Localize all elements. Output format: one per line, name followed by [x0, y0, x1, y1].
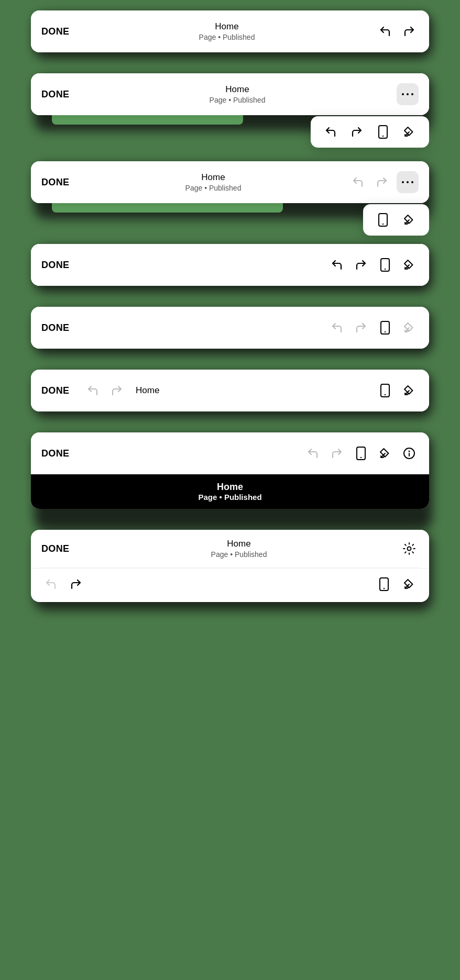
svg-point-23 — [384, 588, 385, 589]
done-button-1[interactable]: DONE — [41, 26, 78, 37]
card-actions-7 — [303, 444, 419, 463]
card-section-5: DONE — [31, 307, 429, 349]
card-actions-6: Home — [83, 381, 376, 400]
mobile-button-4[interactable] — [376, 255, 395, 274]
done-button-5[interactable]: DONE — [41, 322, 78, 333]
card-8: DONE Home Page • Published — [31, 530, 429, 602]
card-title-area-3: Home Page • Published — [78, 172, 348, 193]
card-actions-4 — [327, 255, 419, 274]
more-button-3[interactable] — [397, 171, 419, 193]
card-title-8: Home — [78, 538, 400, 550]
svg-point-9 — [382, 224, 384, 225]
card-title-area-2: Home Page • Published — [78, 84, 397, 105]
dropdown-mobile-3[interactable] — [374, 210, 392, 229]
card-actions-5 — [327, 318, 419, 337]
svg-point-11 — [385, 269, 386, 270]
brush-button-5[interactable] — [400, 318, 419, 337]
card-5: DONE — [31, 307, 429, 349]
svg-point-6 — [407, 181, 409, 183]
brush-button-4[interactable] — [400, 255, 419, 274]
card-section-4: DONE — [31, 244, 429, 286]
info-button-7[interactable] — [400, 444, 419, 463]
card-actions-2 — [397, 83, 419, 105]
card-6: DONE Home — [31, 370, 429, 411]
undo-button-8[interactable] — [41, 575, 60, 594]
mobile-button-8[interactable] — [375, 575, 393, 594]
svg-point-5 — [402, 181, 404, 183]
brush-button-7[interactable] — [376, 444, 395, 463]
card-7: DONE — [31, 432, 429, 509]
card-title-area-1: Home Page • Published — [78, 21, 376, 42]
card-section-7: DONE — [31, 432, 429, 509]
dropdown-mobile-2[interactable] — [374, 122, 392, 141]
undo-button-6[interactable] — [83, 381, 102, 400]
redo-button-8[interactable] — [67, 575, 85, 594]
card-section-2: DONE Home Page • Published — [31, 73, 429, 125]
card-title-1: Home — [78, 21, 376, 32]
done-button-7[interactable]: DONE — [41, 448, 78, 459]
tooltip-7: Home Page • Published — [31, 474, 429, 509]
card-section-3: DONE Home Page • Published — [31, 161, 429, 213]
card-1: DONE Home Page • Published — [31, 10, 429, 52]
card-subtitle-1: Page • Published — [78, 32, 376, 42]
card-title-2: Home — [78, 84, 397, 95]
done-button-3[interactable]: DONE — [41, 177, 78, 188]
card-2: DONE Home Page • Published — [31, 73, 429, 115]
undo-button-7[interactable] — [303, 444, 322, 463]
svg-point-17 — [360, 457, 362, 458]
card-actions-1 — [376, 22, 419, 41]
redo-button-1[interactable] — [400, 22, 419, 41]
mobile-button-5[interactable] — [376, 318, 395, 337]
redo-button-7[interactable] — [327, 444, 346, 463]
svg-point-1 — [407, 93, 409, 95]
mobile-button-7[interactable] — [352, 444, 370, 463]
redo-button-3[interactable] — [373, 173, 391, 192]
redo-button-5[interactable] — [352, 318, 370, 337]
tooltip-title-7: Home — [43, 482, 417, 493]
redo-button-4[interactable] — [352, 255, 370, 274]
card-title-3: Home — [78, 172, 348, 183]
done-button-8[interactable]: DONE — [41, 543, 78, 554]
gear-button-8[interactable] — [400, 539, 419, 558]
card-subtitle-8: Page • Published — [78, 550, 400, 559]
brush-button-8[interactable] — [400, 575, 419, 594]
card-subtitle-3: Page • Published — [78, 183, 348, 193]
done-button-2[interactable]: DONE — [41, 89, 78, 100]
card-section-8: DONE Home Page • Published — [31, 530, 429, 602]
card-title-6: Home — [136, 385, 159, 396]
svg-point-0 — [402, 93, 404, 95]
green-bar-3 — [52, 203, 283, 213]
more-button-2[interactable] — [397, 83, 419, 105]
svg-point-7 — [411, 181, 413, 183]
svg-point-2 — [411, 93, 413, 95]
card-section-6: DONE Home — [31, 370, 429, 411]
card-3: DONE Home Page • Published — [31, 161, 429, 203]
card-right-actions-6 — [376, 381, 419, 400]
dropdown-undo-2[interactable] — [321, 122, 340, 141]
dropdown-brush-3[interactable] — [400, 210, 419, 229]
card-title-area-8: Home Page • Published — [78, 538, 400, 559]
svg-point-4 — [382, 136, 384, 137]
svg-point-15 — [385, 394, 386, 395]
svg-point-13 — [385, 331, 386, 332]
undo-button-4[interactable] — [327, 255, 346, 274]
undo-button-1[interactable] — [376, 22, 395, 41]
card-subtitle-2: Page • Published — [78, 95, 397, 105]
redo-button-6[interactable] — [107, 381, 126, 400]
done-button-4[interactable]: DONE — [41, 260, 78, 271]
brush-button-6[interactable] — [400, 381, 419, 400]
done-button-6[interactable]: DONE — [41, 385, 78, 396]
dropdown-popup-2 — [311, 116, 429, 148]
svg-point-21 — [408, 547, 411, 551]
green-bar-2 — [52, 115, 243, 125]
card-4: DONE — [31, 244, 429, 286]
card-actions-3 — [348, 171, 419, 193]
card-bottom-row-8 — [31, 568, 429, 602]
dropdown-brush-2[interactable] — [400, 122, 419, 141]
undo-button-3[interactable] — [348, 173, 367, 192]
card-section-1: DONE Home Page • Published — [31, 10, 429, 52]
mobile-button-6[interactable] — [376, 381, 395, 400]
card-top-row-8: DONE Home Page • Published — [31, 530, 429, 567]
dropdown-redo-2[interactable] — [347, 122, 366, 141]
undo-button-5[interactable] — [327, 318, 346, 337]
